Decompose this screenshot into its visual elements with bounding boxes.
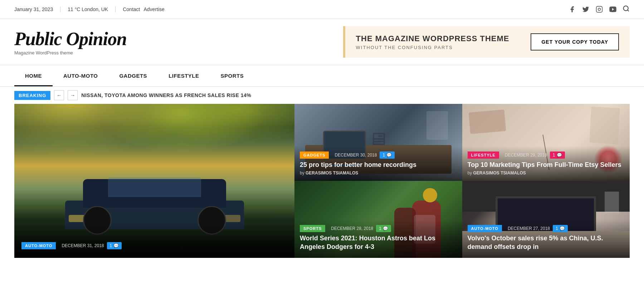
instagram-icon[interactable]	[595, 5, 603, 13]
feature-overlay: AUTO-MOTO DECEMBER 31, 2018 1 💬	[14, 235, 294, 258]
header: Public Opinion Magazine WordPress theme …	[0, 19, 644, 65]
gadgets-author: by GERASIMOS TSIAMALOS	[300, 170, 457, 175]
auto-moto2-title: Volvo's October sales rise 5% as China, …	[468, 234, 625, 251]
gadgets-date: DECEMBER 30, 2018	[335, 153, 377, 158]
lifestyle-date: DECEMBER 29, 2018	[505, 153, 547, 158]
lifestyle-title: Top 10 Marketing Tips From Full-Time Ets…	[468, 161, 625, 169]
auto-moto2-meta: AUTO-MOTO DECEMBER 27, 2018 1 💬	[468, 225, 625, 232]
sports-comments: 1 💬	[376, 225, 391, 232]
lifestyle-comments: 1 💬	[550, 152, 565, 159]
weather-display: 11 °C London, UK	[60, 6, 116, 12]
ad-banner: THE MAGAZINE WORDPRESS THEME WITHOUT THE…	[343, 26, 630, 58]
article-gadgets[interactable]: GADGETS DECEMBER 30, 2018 1 💬 25 pro tip…	[294, 104, 462, 181]
gadgets-overlay: GADGETS DECEMBER 30, 2018 1 💬 25 pro tip…	[294, 146, 462, 181]
top-bar-links: Contact Advertise	[116, 6, 165, 12]
feature-category: AUTO-MOTO	[21, 242, 56, 249]
article-auto-moto2[interactable]: AUTO-MOTO DECEMBER 27, 2018 1 💬 Volvo's …	[462, 181, 630, 258]
twitter-icon[interactable]	[582, 5, 590, 13]
nav-item-gadgets[interactable]: GADGETS	[108, 65, 158, 86]
article-sports[interactable]: SPORTS DECEMBER 28, 2018 1 💬 World Serie…	[294, 181, 462, 258]
sports-title: World Series 2021: Houston Astros beat L…	[300, 234, 457, 251]
lifestyle-overlay: LIFESTYLE DECEMBER 29, 2018 1 💬 Top 10 M…	[462, 146, 630, 181]
gadgets-comments: 1 💬	[380, 152, 395, 159]
lifestyle-author: by GERASIMOS TSIAMALOS	[468, 170, 625, 175]
youtube-icon[interactable]	[609, 5, 617, 13]
logo-area: Public Opinion Magazine WordPress theme	[14, 28, 127, 56]
auto-moto2-comments: 1 💬	[553, 225, 568, 232]
breaking-next-button[interactable]: →	[68, 90, 78, 100]
svg-line-4	[628, 10, 629, 11]
auto-moto2-overlay: AUTO-MOTO DECEMBER 27, 2018 1 💬 Volvo's …	[462, 220, 630, 258]
top-bar-right	[568, 5, 630, 14]
advertise-link[interactable]: Advertise	[143, 6, 164, 12]
nav-item-lifestyle[interactable]: LIFESTYLE	[158, 65, 210, 86]
sports-category: SPORTS	[300, 225, 325, 232]
svg-point-3	[624, 6, 628, 10]
nav-item-auto-moto[interactable]: AUTO-MOTO	[53, 65, 108, 86]
nav-item-sports[interactable]: SPORTS	[210, 65, 254, 86]
auto-moto2-date: DECEMBER 27, 2018	[508, 226, 550, 231]
gadgets-title: 25 pro tips for better home recordings	[300, 161, 457, 169]
site-subtitle: Magazine WordPress theme	[14, 50, 127, 56]
svg-rect-0	[596, 6, 602, 13]
feature-comments: 1 💬	[107, 242, 122, 249]
search-icon[interactable]	[623, 5, 630, 14]
facebook-icon[interactable]	[568, 5, 576, 13]
breaking-label: BREAKING	[14, 91, 50, 100]
top-bar-left: January 31, 2023 11 °C London, UK Contac…	[14, 6, 165, 12]
ad-text: THE MAGAZINE WORDPRESS THEME WITHOUT THE…	[356, 34, 509, 50]
main-grid: AUTO-MOTO DECEMBER 31, 2018 1 💬 GADGETS	[0, 104, 644, 258]
gadgets-category: GADGETS	[300, 152, 329, 159]
ad-sub-text: WITHOUT THE CONFUSING PARTS	[356, 45, 509, 50]
breaking-prev-button[interactable]: ←	[54, 90, 64, 100]
lifestyle-meta: LIFESTYLE DECEMBER 29, 2018 1 💬	[468, 152, 625, 159]
nav: HOME AUTO-MOTO GADGETS LIFESTYLE SPORTS	[0, 65, 644, 87]
ad-button[interactable]: GET YOUR COPY TODAY	[531, 33, 619, 50]
nav-item-home[interactable]: HOME	[14, 65, 53, 86]
cards-grid: GADGETS DECEMBER 30, 2018 1 💬 25 pro tip…	[294, 104, 630, 258]
feature-meta: AUTO-MOTO DECEMBER 31, 2018 1 💬	[21, 242, 287, 249]
gadgets-meta: GADGETS DECEMBER 30, 2018 1 💬	[300, 152, 457, 159]
sports-overlay: SPORTS DECEMBER 28, 2018 1 💬 World Serie…	[294, 220, 462, 258]
article-lifestyle[interactable]: LIFESTYLE DECEMBER 29, 2018 1 💬 Top 10 M…	[462, 104, 630, 181]
date-display: January 31, 2023	[14, 6, 60, 12]
contact-link[interactable]: Contact	[123, 6, 140, 12]
site-title[interactable]: Public Opinion	[14, 28, 127, 49]
sports-meta: SPORTS DECEMBER 28, 2018 1 💬	[300, 225, 457, 232]
ad-main-text: THE MAGAZINE WORDPRESS THEME	[356, 34, 509, 43]
breaking-text: NISSAN, TOYOTA AMONG WINNERS AS FRENCH S…	[81, 92, 251, 98]
sports-date: DECEMBER 28, 2018	[331, 226, 373, 231]
top-bar: January 31, 2023 11 °C London, UK Contac…	[0, 0, 644, 19]
feature-date: DECEMBER 31, 2018	[62, 243, 104, 248]
feature-article[interactable]: AUTO-MOTO DECEMBER 31, 2018 1 💬	[14, 104, 294, 258]
breaking-bar: BREAKING ← → NISSAN, TOYOTA AMONG WINNER…	[0, 87, 644, 104]
lifestyle-category: LIFESTYLE	[468, 152, 499, 159]
auto-moto2-category: AUTO-MOTO	[468, 225, 502, 232]
